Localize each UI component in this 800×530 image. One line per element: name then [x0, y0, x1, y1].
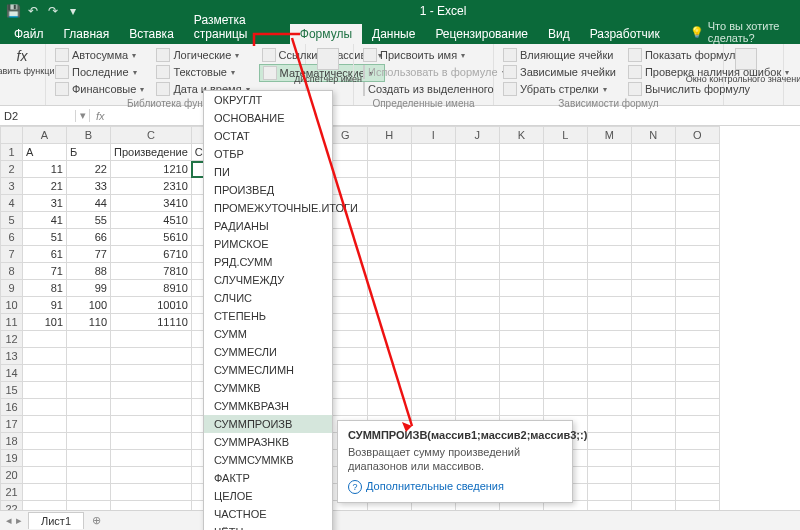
- tab-file[interactable]: Файл: [4, 24, 54, 44]
- cell[interactable]: [543, 212, 587, 229]
- undo-icon[interactable]: ↶: [26, 4, 40, 18]
- cell[interactable]: [23, 433, 67, 450]
- cell[interactable]: [675, 382, 719, 399]
- tab-formulas[interactable]: Формулы: [290, 24, 362, 44]
- cell[interactable]: [631, 280, 675, 297]
- cell[interactable]: [455, 144, 499, 161]
- cell[interactable]: [367, 195, 411, 212]
- cell[interactable]: [455, 348, 499, 365]
- cell[interactable]: [411, 365, 455, 382]
- cell[interactable]: Б: [67, 144, 111, 161]
- cell[interactable]: [499, 331, 543, 348]
- cell[interactable]: [543, 195, 587, 212]
- cell[interactable]: [67, 382, 111, 399]
- trace-precedents-button[interactable]: Влияющие ячейки: [500, 47, 619, 63]
- row-header[interactable]: 17: [1, 416, 23, 433]
- menu-item[interactable]: ЧАСТНОЕ: [204, 505, 332, 523]
- cell[interactable]: [111, 399, 192, 416]
- cell[interactable]: [675, 144, 719, 161]
- cell[interactable]: [631, 467, 675, 484]
- menu-item[interactable]: ПРОМЕЖУТОЧНЫЕ.ИТОГИ: [204, 199, 332, 217]
- cell[interactable]: [455, 178, 499, 195]
- cell[interactable]: [587, 178, 631, 195]
- menu-item[interactable]: ФАКТР: [204, 469, 332, 487]
- text-button[interactable]: Текстовые▾: [153, 64, 252, 80]
- add-sheet-button[interactable]: ⊕: [84, 514, 109, 527]
- cell[interactable]: [543, 229, 587, 246]
- cell[interactable]: [67, 467, 111, 484]
- cell[interactable]: [631, 399, 675, 416]
- recent-button[interactable]: Последние▾: [52, 64, 147, 80]
- cell[interactable]: 77: [67, 246, 111, 263]
- cell[interactable]: [111, 382, 192, 399]
- menu-item[interactable]: СТЕПЕНЬ: [204, 307, 332, 325]
- cell[interactable]: [631, 365, 675, 382]
- cell[interactable]: [587, 348, 631, 365]
- cell[interactable]: [587, 212, 631, 229]
- cell[interactable]: [587, 161, 631, 178]
- remove-arrows-button[interactable]: Убрать стрелки▾: [500, 81, 619, 97]
- logical-button[interactable]: Логические▾: [153, 47, 252, 63]
- cell[interactable]: [499, 212, 543, 229]
- cell[interactable]: [23, 331, 67, 348]
- cell[interactable]: [543, 161, 587, 178]
- name-box[interactable]: D2: [0, 110, 76, 122]
- cell[interactable]: 99: [67, 280, 111, 297]
- cell[interactable]: [499, 348, 543, 365]
- row-header[interactable]: 1: [1, 144, 23, 161]
- cell[interactable]: Произведение: [111, 144, 192, 161]
- row-header[interactable]: 11: [1, 314, 23, 331]
- cell[interactable]: [587, 433, 631, 450]
- tell-me[interactable]: 💡 Что вы хотите сделать?: [690, 20, 800, 44]
- cell[interactable]: [111, 467, 192, 484]
- menu-item[interactable]: ПИ: [204, 163, 332, 181]
- cell[interactable]: [411, 382, 455, 399]
- cell[interactable]: 44: [67, 195, 111, 212]
- cell[interactable]: [111, 484, 192, 501]
- menu-item[interactable]: СУММЕСЛИМН: [204, 361, 332, 379]
- sheet-tab[interactable]: Лист1: [28, 512, 84, 529]
- cell[interactable]: [367, 212, 411, 229]
- cell[interactable]: 22: [67, 161, 111, 178]
- cell[interactable]: [675, 416, 719, 433]
- tab-layout[interactable]: Разметка страницы: [184, 10, 290, 44]
- cell[interactable]: [675, 246, 719, 263]
- fx-icon[interactable]: fx: [90, 110, 111, 122]
- cell[interactable]: [675, 280, 719, 297]
- tab-insert[interactable]: Вставка: [119, 24, 184, 44]
- cell[interactable]: [587, 365, 631, 382]
- menu-item[interactable]: СЛУЧМЕЖДУ: [204, 271, 332, 289]
- cell[interactable]: [675, 161, 719, 178]
- name-box-dropdown[interactable]: ▾: [76, 109, 90, 122]
- row-header[interactable]: 6: [1, 229, 23, 246]
- cell[interactable]: 8910: [111, 280, 192, 297]
- cell[interactable]: [23, 382, 67, 399]
- cell[interactable]: [543, 280, 587, 297]
- cell[interactable]: [631, 416, 675, 433]
- cell[interactable]: 7810: [111, 263, 192, 280]
- cell[interactable]: [631, 433, 675, 450]
- cell[interactable]: [111, 365, 192, 382]
- cell[interactable]: 55: [67, 212, 111, 229]
- row-header[interactable]: 18: [1, 433, 23, 450]
- cell[interactable]: [499, 263, 543, 280]
- cell[interactable]: [411, 399, 455, 416]
- menu-item[interactable]: РАДИАНЫ: [204, 217, 332, 235]
- cell[interactable]: 66: [67, 229, 111, 246]
- cell[interactable]: [111, 450, 192, 467]
- tab-developer[interactable]: Разработчик: [580, 24, 670, 44]
- cell[interactable]: [455, 280, 499, 297]
- cell[interactable]: [455, 195, 499, 212]
- cell[interactable]: [631, 195, 675, 212]
- cell[interactable]: [543, 144, 587, 161]
- cell[interactable]: [367, 263, 411, 280]
- col-header[interactable]: K: [499, 127, 543, 144]
- cell[interactable]: [411, 246, 455, 263]
- cell[interactable]: [67, 433, 111, 450]
- cell[interactable]: [543, 297, 587, 314]
- sheet-nav-first-icon[interactable]: ◂: [6, 514, 12, 527]
- cell[interactable]: [675, 212, 719, 229]
- cell[interactable]: [499, 195, 543, 212]
- cell[interactable]: [543, 348, 587, 365]
- cell[interactable]: [67, 416, 111, 433]
